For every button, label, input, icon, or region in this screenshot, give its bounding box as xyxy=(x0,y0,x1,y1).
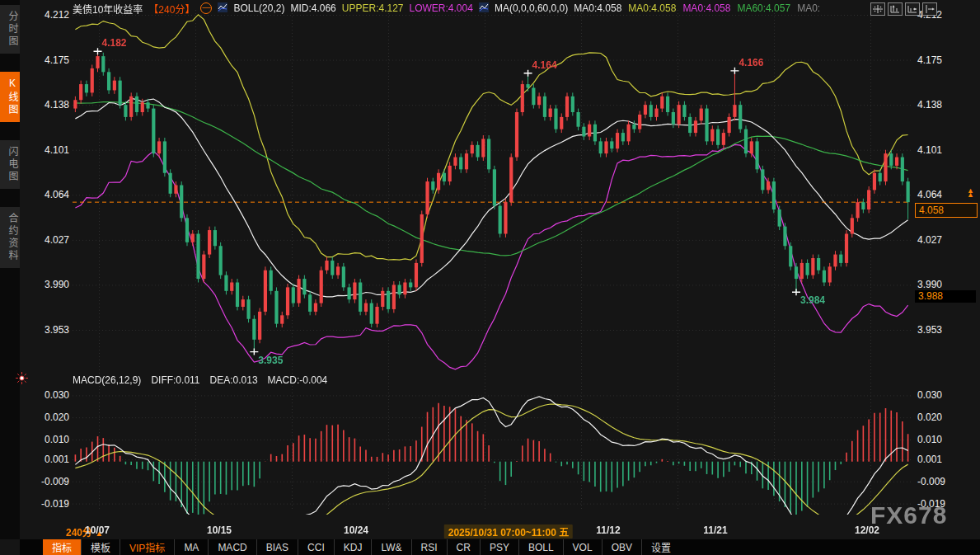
y-axis-label: 3.953 xyxy=(917,324,942,336)
x-axis-label: 11/12 xyxy=(596,524,620,536)
toolbar-item-obv[interactable]: OBV xyxy=(602,539,641,555)
x-axis-label: 12/02 xyxy=(855,524,879,536)
collapse-indicator-icon[interactable]: — xyxy=(200,2,212,14)
y-axis-label: -0.019 xyxy=(31,498,69,510)
ma-value-0: MA0:4.058 xyxy=(574,2,621,14)
symbol-title: 美债10年收益率 xyxy=(73,2,143,16)
macd-value: MACD:-0.004 xyxy=(268,374,328,386)
boll-lower: LOWER:4.004 xyxy=(410,2,473,14)
x-axis-label: 10/15 xyxy=(207,524,232,536)
prev-close-label: 3.988 xyxy=(915,290,976,303)
y-axis-label: 0.010 xyxy=(31,434,69,445)
y-axis-label: 3.990 xyxy=(31,279,69,290)
y-axis-label: 0.020 xyxy=(917,412,942,423)
sidebar-item-contract-info[interactable]: 合约资料 xyxy=(0,207,20,268)
y-axis-label: 4.175 xyxy=(917,54,942,66)
y-axis-label: 4.212 xyxy=(31,9,69,21)
sidebar-item-time-chart[interactable]: 分时图 xyxy=(0,5,20,54)
macd-dea: DEA:0.013 xyxy=(210,374,258,386)
y-axis-label: 4.175 xyxy=(31,54,69,66)
toolbar-item-vip-indicator[interactable]: VIP指标 xyxy=(120,539,174,555)
y-axis-label: -0.009 xyxy=(31,476,69,487)
x-axis-row: 240分 ▲ 10/0710/1510/242025/10/31 07:00~1… xyxy=(0,524,980,539)
y-axis-label: 0.020 xyxy=(31,412,69,423)
ma-value-4: MA0: xyxy=(797,2,820,14)
y-axis-label: 4.027 xyxy=(917,234,942,246)
ma-name: MA(0,0,0,60,0,0) xyxy=(495,2,568,14)
x-axis-highlight: 2025/10/31 07:00~11:00 五 xyxy=(444,524,573,539)
boll-name: BOLL(20,2) xyxy=(233,2,284,14)
y-axis-label: 0.010 xyxy=(917,434,942,445)
period-label: 【240分】 xyxy=(148,2,195,16)
macd-diff: DIFF:0.011 xyxy=(151,374,199,386)
y-axis-label: 0.001 xyxy=(917,454,942,465)
boll-chart-icon xyxy=(218,2,227,15)
y-axis-label: 4.064 xyxy=(31,189,69,200)
toolbar-item-boll[interactable]: BOLL xyxy=(518,539,563,555)
toolbar-item-ma[interactable]: MA xyxy=(174,539,208,555)
ma-chart-icon xyxy=(479,2,489,15)
toolbar-item-kdj[interactable]: KDJ xyxy=(334,539,372,555)
price-up-chevrons-icon: ▲▲ xyxy=(967,189,974,197)
macd-name: MACD(26,12,9) xyxy=(73,374,141,386)
last-price-box: 4.058 xyxy=(915,203,978,218)
y-axis-label: 4.138 xyxy=(917,99,942,111)
chart-app: 分时图K线图闪电图合约资料 美债10年收益率 【240分】 — BOLL(20,… xyxy=(0,0,980,555)
zoom-out-bars-icon[interactable] xyxy=(905,2,920,16)
ma-value-3: MA60:4.057 xyxy=(737,2,790,14)
y-axis-label: -0.009 xyxy=(917,476,945,487)
toolbar-item-indicator[interactable]: 指标 xyxy=(43,539,81,555)
toolbar-item-settings[interactable]: 设置 xyxy=(641,539,680,555)
alert-dot-icon[interactable] xyxy=(16,372,28,388)
boll-mid: MID:4.066 xyxy=(290,2,335,14)
candlestick-chart[interactable] xyxy=(73,7,911,516)
toolbar-item-rsi[interactable]: RSI xyxy=(411,539,447,555)
toolbar-item-template[interactable]: 模板 xyxy=(81,539,120,555)
y-axis-label: 0.001 xyxy=(31,454,69,465)
x-axis-label: 11/21 xyxy=(703,524,727,536)
zoom-in-bars-icon[interactable] xyxy=(888,2,903,16)
sidebar-item-kline-chart[interactable]: K线图 xyxy=(0,72,20,122)
chart-header: 美债10年收益率 【240分】 — BOLL(20,2) MID:4.066 U… xyxy=(73,2,820,15)
toolbar-item-psy[interactable]: PSY xyxy=(480,539,518,555)
ma-value-2: MA0:4.058 xyxy=(682,2,730,14)
toolbar-item-bias[interactable]: BIAS xyxy=(256,539,298,555)
toolbar-item-cci[interactable]: CCI xyxy=(298,539,334,555)
macd-header: MACD(26,12,9) DIFF:0.011 DEA:0.013 MACD:… xyxy=(73,374,327,386)
y-axis-label: 4.027 xyxy=(31,234,69,246)
y-axis-label: 0.030 xyxy=(31,389,69,401)
ma-value-1: MA0:4.058 xyxy=(628,2,676,14)
ma-values: MA0:4.058MA0:4.058MA0:4.058MA60:4.057MA0… xyxy=(574,2,820,14)
y-axis-label: 0.030 xyxy=(917,389,942,401)
left-sidebar: 分时图K线图闪电图合约资料 xyxy=(0,0,20,539)
x-axis-label: 10/24 xyxy=(344,524,368,536)
shift-right-icon[interactable] xyxy=(922,2,937,16)
x-axis-label: 10/07 xyxy=(85,524,110,536)
sidebar-item-lightning-chart[interactable]: 闪电图 xyxy=(0,140,20,189)
y-axis-label: 4.101 xyxy=(917,144,942,156)
toolbar-item-vol[interactable]: VOL xyxy=(563,539,602,555)
boll-upper: UPPER:4.127 xyxy=(342,2,404,14)
y-axis-label: 4.138 xyxy=(31,99,69,111)
y-axis-label: 3.990 xyxy=(917,279,942,290)
toolbar-item-cr[interactable]: CR xyxy=(447,539,480,555)
y-axis-label: 4.064 xyxy=(917,189,942,200)
chart-tool-icons xyxy=(870,2,937,16)
toolbar-item-macd[interactable]: MACD xyxy=(208,539,256,555)
move-crosshair-icon[interactable] xyxy=(870,2,885,16)
y-axis-label: 3.953 xyxy=(31,324,69,336)
indicator-toolbar: 指标模板VIP指标MAMACDBIASCCIKDJLW&RSICRPSYBOLL… xyxy=(20,539,980,555)
y-axis-label: 4.101 xyxy=(31,144,69,156)
toolbar-item-lwr[interactable]: LW& xyxy=(371,539,410,555)
